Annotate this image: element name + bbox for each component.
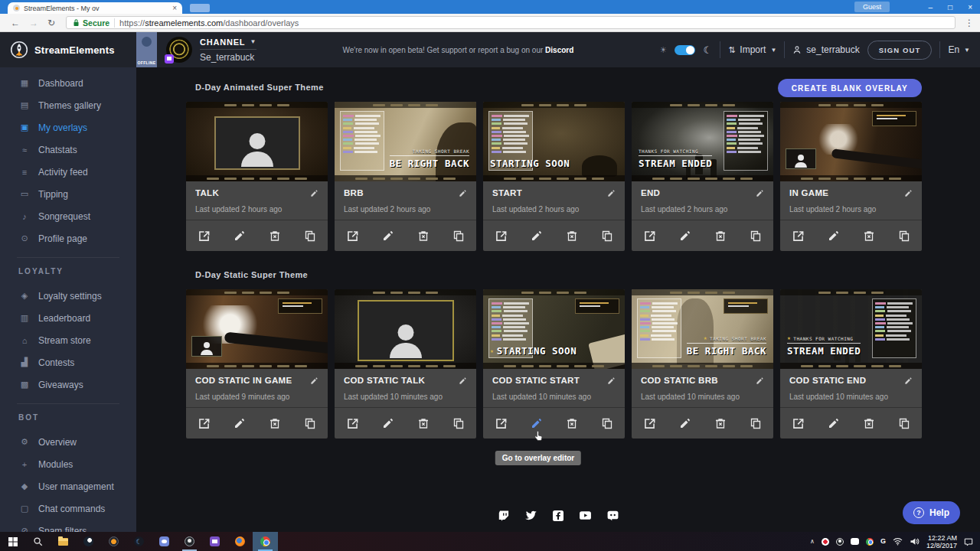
help-button[interactable]: ? Help [903,501,960,524]
taskbar-explorer-icon[interactable] [51,532,76,551]
sidebar-item-spam-filters[interactable]: ⊘Spam filters [0,520,136,532]
create-blank-overlay-button[interactable]: CREATE BLANK OVERLAY [778,79,922,97]
duplicate-overlay-button[interactable] [304,230,316,242]
taskbar-clock[interactable]: 12:22 AM 12/8/2017 [926,534,957,549]
delete-overlay-button[interactable] [417,417,430,429]
rename-overlay-button[interactable] [904,189,913,197]
volume-icon[interactable] [910,537,920,546]
taskbar-obs-icon[interactable] [177,532,202,551]
edit-overlay-button[interactable] [382,417,394,429]
delete-overlay-button[interactable] [269,230,281,242]
facebook-icon[interactable] [552,510,564,522]
delete-overlay-button[interactable] [566,417,578,429]
taskbar-search-icon[interactable] [25,532,51,551]
open-overlay-button[interactable] [792,230,805,243]
duplicate-overlay-button[interactable] [304,417,316,429]
duplicate-overlay-button[interactable] [750,230,762,242]
edit-overlay-button[interactable] [234,417,246,429]
channel-selector[interactable]: CHANNEL▼ Se_terrabuck [157,37,256,63]
edit-overlay-button[interactable] [382,230,394,242]
sidebar-item-chat-commands[interactable]: ▢Chat commands [0,497,136,520]
browser-tab[interactable]: StreamElements - My ov × [8,2,182,14]
sidebar-item-giveaways[interactable]: ▩Giveaways [0,373,136,396]
sidebar-item-stream-store[interactable]: ⌂Stream store [0,329,136,351]
sidebar-item-contests[interactable]: ▟Contests [0,351,136,373]
edit-overlay-button[interactable] [531,417,543,429]
back-icon[interactable]: ← [11,18,20,28]
wifi-icon[interactable] [893,537,903,546]
open-overlay-button[interactable] [198,417,211,430]
duplicate-overlay-button[interactable] [601,230,613,242]
sidebar-item-modules[interactable]: +Modules [0,453,136,475]
sidebar-item-leaderboard[interactable]: ▥Leaderboard [0,307,136,329]
taskbar-streamelements-icon[interactable] [101,532,126,551]
overlay-thumbnail[interactable] [186,102,328,181]
delete-overlay-button[interactable] [714,417,727,429]
tray-expand-icon[interactable]: ∧ [810,538,815,545]
new-tab-button[interactable] [190,4,210,12]
tray-logitech-icon[interactable]: G [880,538,886,545]
duplicate-overlay-button[interactable] [898,417,910,429]
rename-overlay-button[interactable] [459,377,467,385]
browser-menu-icon[interactable]: ⋮ [965,18,974,28]
twitter-icon[interactable] [524,509,537,522]
taskbar-start-icon[interactable] [0,532,25,551]
profile-button[interactable]: Guest [854,2,890,12]
refresh-icon[interactable]: ↻ [47,18,55,28]
open-overlay-button[interactable] [198,230,211,243]
language-selector[interactable]: En▼ [948,44,970,55]
delete-overlay-button[interactable] [566,230,578,242]
taskbar-steam-icon[interactable] [76,532,101,551]
duplicate-overlay-button[interactable] [750,417,762,429]
tray-steam-icon[interactable] [822,538,829,546]
duplicate-overlay-button[interactable] [452,417,465,429]
rename-overlay-button[interactable] [607,189,616,197]
sidebar-item-dashboard[interactable]: ▦Dashboard [0,72,136,94]
overlay-thumbnail[interactable]: ★STARTING SOON [483,289,625,369]
edit-overlay-button[interactable] [679,417,691,429]
sidebar-item-tipping[interactable]: ▭Tipping [0,183,136,205]
sidebar-item-profile-page[interactable]: ⊙Profile page [0,227,136,249]
overlay-thumbnail[interactable]: THANKS FOR WATCHINGSTREAM ENDED [632,102,773,181]
rename-overlay-button[interactable] [310,377,318,385]
taskbar-firefox-icon[interactable] [227,532,253,551]
maximize-icon[interactable]: □ [948,3,952,11]
overlay-thumbnail[interactable]: TAKING SHORT BREAKBE RIGHT BACK [335,102,476,181]
sidebar-item-my-overlays[interactable]: ▣My overlays [0,116,136,139]
rename-overlay-button[interactable] [756,377,764,385]
youtube-icon[interactable] [579,509,592,522]
sign-out-button[interactable]: SIGN OUT [867,41,933,60]
account-menu[interactable]: se_terrabuck [792,44,859,55]
delete-overlay-button[interactable] [269,417,281,429]
secure-badge[interactable]: Secure [73,18,109,28]
sidebar-item-loyalty-settings[interactable]: ◈Loyalty settings [0,285,136,307]
duplicate-overlay-button[interactable] [898,230,910,242]
taskbar-chrome-icon[interactable] [253,532,278,551]
theme-toggle[interactable] [675,45,695,55]
open-overlay-button[interactable] [643,417,656,430]
import-button[interactable]: ⇅Import▼ [728,44,776,55]
sidebar-item-songrequest[interactable]: ♪Songrequest [0,205,136,227]
delete-overlay-button[interactable] [863,230,875,242]
rename-overlay-button[interactable] [459,189,467,197]
edit-overlay-button[interactable] [828,417,840,429]
taskbar-chat-app-icon[interactable] [202,532,227,551]
forward-icon[interactable]: → [29,18,38,28]
rename-overlay-button[interactable] [607,377,616,385]
sidebar-item-user-management[interactable]: ◆User management [0,475,136,497]
brand[interactable]: StreamElements [0,41,136,59]
delete-overlay-button[interactable] [714,230,727,242]
tab-close-icon[interactable]: × [172,5,177,12]
overlay-thumbnail[interactable]: ★THANKS FOR WATCHINGSTREAM ENDED [780,289,922,369]
overlay-thumbnail[interactable] [335,289,476,369]
sidebar-item-themes-gallery[interactable]: ▤Themes gallery [0,94,136,116]
sidebar-item-overview[interactable]: ⚙Overview [0,431,136,453]
action-center-icon[interactable] [964,537,973,546]
discord-link[interactable]: Discord [545,46,573,54]
overlay-thumbnail[interactable] [186,289,328,369]
taskbar-moon-app-icon[interactable]: ☾ [126,532,152,551]
dark-theme-icon[interactable]: ☾ [703,44,712,56]
open-overlay-button[interactable] [643,230,656,243]
open-overlay-button[interactable] [346,417,359,430]
rename-overlay-button[interactable] [310,189,318,197]
